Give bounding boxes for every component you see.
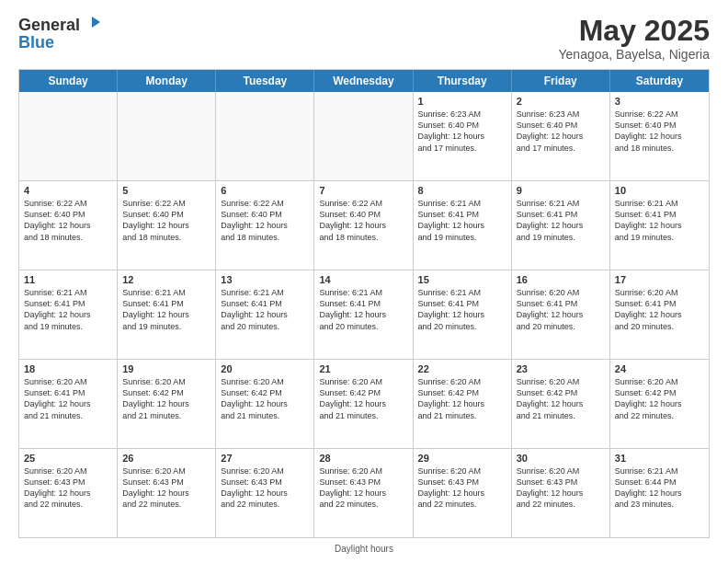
day-number: 10 xyxy=(615,185,704,196)
day-number: 3 xyxy=(615,96,704,107)
cal-header-friday: Friday xyxy=(512,70,610,92)
day-number: 23 xyxy=(517,363,605,374)
day-info: Sunrise: 6:22 AM Sunset: 6:40 PM Dayligh… xyxy=(319,198,407,243)
table-row xyxy=(216,92,314,180)
day-number: 26 xyxy=(122,453,210,464)
table-row: 20Sunrise: 6:20 AM Sunset: 6:42 PM Dayli… xyxy=(216,360,314,448)
day-info: Sunrise: 6:21 AM Sunset: 6:44 PM Dayligh… xyxy=(615,465,704,511)
day-info: Sunrise: 6:23 AM Sunset: 6:40 PM Dayligh… xyxy=(517,109,605,154)
day-info: Sunrise: 6:21 AM Sunset: 6:41 PM Dayligh… xyxy=(615,198,704,243)
day-info: Sunrise: 6:20 AM Sunset: 6:42 PM Dayligh… xyxy=(517,376,605,421)
day-number: 11 xyxy=(24,274,112,285)
cal-header-tuesday: Tuesday xyxy=(216,70,314,92)
table-row: 8Sunrise: 6:21 AM Sunset: 6:41 PM Daylig… xyxy=(414,181,512,270)
table-row: 1Sunrise: 6:23 AM Sunset: 6:40 PM Daylig… xyxy=(414,92,512,180)
day-info: Sunrise: 6:20 AM Sunset: 6:43 PM Dayligh… xyxy=(517,465,605,511)
table-row: 27Sunrise: 6:20 AM Sunset: 6:43 PM Dayli… xyxy=(216,449,314,537)
day-info: Sunrise: 6:20 AM Sunset: 6:43 PM Dayligh… xyxy=(418,465,506,511)
table-row: 12Sunrise: 6:21 AM Sunset: 6:41 PM Dayli… xyxy=(118,270,216,359)
day-number: 29 xyxy=(418,453,506,464)
day-number: 13 xyxy=(221,274,309,285)
day-number: 9 xyxy=(517,185,605,196)
table-row: 11Sunrise: 6:21 AM Sunset: 6:41 PM Dayli… xyxy=(19,270,118,359)
table-row: 3Sunrise: 6:22 AM Sunset: 6:40 PM Daylig… xyxy=(610,92,709,180)
day-info: Sunrise: 6:20 AM Sunset: 6:43 PM Dayligh… xyxy=(319,465,407,511)
table-row: 26Sunrise: 6:20 AM Sunset: 6:43 PM Dayli… xyxy=(118,449,216,537)
day-number: 4 xyxy=(24,185,112,196)
calendar-body: 1Sunrise: 6:23 AM Sunset: 6:40 PM Daylig… xyxy=(19,92,709,537)
table-row: 24Sunrise: 6:20 AM Sunset: 6:42 PM Dayli… xyxy=(610,360,709,448)
day-number: 27 xyxy=(221,453,309,464)
day-number: 1 xyxy=(418,96,506,107)
day-number: 14 xyxy=(319,274,407,285)
logo-blue: Blue xyxy=(18,33,102,52)
day-number: 25 xyxy=(24,453,112,464)
day-number: 30 xyxy=(517,453,605,464)
day-info: Sunrise: 6:21 AM Sunset: 6:41 PM Dayligh… xyxy=(221,287,309,332)
day-number: 21 xyxy=(319,363,407,374)
table-row: 6Sunrise: 6:22 AM Sunset: 6:40 PM Daylig… xyxy=(216,181,314,270)
day-info: Sunrise: 6:20 AM Sunset: 6:41 PM Dayligh… xyxy=(24,376,112,421)
table-row xyxy=(19,92,118,180)
day-info: Sunrise: 6:22 AM Sunset: 6:40 PM Dayligh… xyxy=(221,198,309,243)
cal-header-wednesday: Wednesday xyxy=(314,70,413,92)
day-number: 22 xyxy=(418,363,506,374)
cal-header-thursday: Thursday xyxy=(414,70,512,92)
table-row: 10Sunrise: 6:21 AM Sunset: 6:41 PM Dayli… xyxy=(610,181,709,270)
cal-header-monday: Monday xyxy=(118,70,216,92)
table-row: 29Sunrise: 6:20 AM Sunset: 6:43 PM Dayli… xyxy=(414,449,512,537)
day-number: 17 xyxy=(615,274,704,285)
footer: Daylight hours xyxy=(18,544,710,554)
cal-header-saturday: Saturday xyxy=(610,70,709,92)
table-row: 14Sunrise: 6:21 AM Sunset: 6:41 PM Dayli… xyxy=(314,270,413,359)
day-info: Sunrise: 6:21 AM Sunset: 6:41 PM Dayligh… xyxy=(418,198,506,243)
day-number: 5 xyxy=(122,185,210,196)
day-number: 12 xyxy=(122,274,210,285)
day-number: 15 xyxy=(418,274,506,285)
day-number: 6 xyxy=(221,185,309,196)
table-row: 21Sunrise: 6:20 AM Sunset: 6:42 PM Dayli… xyxy=(314,360,413,448)
day-info: Sunrise: 6:21 AM Sunset: 6:41 PM Dayligh… xyxy=(418,287,506,332)
table-row: 5Sunrise: 6:22 AM Sunset: 6:40 PM Daylig… xyxy=(118,181,216,270)
table-row: 30Sunrise: 6:20 AM Sunset: 6:43 PM Dayli… xyxy=(512,449,610,537)
table-row: 9Sunrise: 6:21 AM Sunset: 6:41 PM Daylig… xyxy=(512,181,610,270)
location-subtitle: Yenagoa, Bayelsa, Nigeria xyxy=(559,47,711,62)
day-info: Sunrise: 6:20 AM Sunset: 6:43 PM Dayligh… xyxy=(122,465,210,511)
cal-week-3: 11Sunrise: 6:21 AM Sunset: 6:41 PM Dayli… xyxy=(19,270,709,360)
day-number: 28 xyxy=(319,453,407,464)
day-number: 31 xyxy=(615,453,704,464)
logo-general: General xyxy=(18,16,80,35)
day-info: Sunrise: 6:20 AM Sunset: 6:42 PM Dayligh… xyxy=(221,376,309,421)
day-info: Sunrise: 6:20 AM Sunset: 6:42 PM Dayligh… xyxy=(418,376,506,421)
day-info: Sunrise: 6:20 AM Sunset: 6:43 PM Dayligh… xyxy=(24,465,112,511)
day-number: 19 xyxy=(122,363,210,374)
day-info: Sunrise: 6:20 AM Sunset: 6:41 PM Dayligh… xyxy=(517,287,605,332)
logo: General Blue xyxy=(18,15,102,52)
table-row: 28Sunrise: 6:20 AM Sunset: 6:43 PM Dayli… xyxy=(314,449,413,537)
table-row xyxy=(314,92,413,180)
day-info: Sunrise: 6:20 AM Sunset: 6:42 PM Dayligh… xyxy=(122,376,210,421)
day-info: Sunrise: 6:21 AM Sunset: 6:41 PM Dayligh… xyxy=(24,287,112,332)
cal-week-1: 1Sunrise: 6:23 AM Sunset: 6:40 PM Daylig… xyxy=(19,92,709,181)
table-row: 23Sunrise: 6:20 AM Sunset: 6:42 PM Dayli… xyxy=(512,360,610,448)
day-number: 2 xyxy=(517,96,605,107)
table-row: 18Sunrise: 6:20 AM Sunset: 6:41 PM Dayli… xyxy=(19,360,118,448)
day-number: 8 xyxy=(418,185,506,196)
day-number: 24 xyxy=(615,363,704,374)
month-title: May 2025 xyxy=(559,15,711,47)
table-row: 19Sunrise: 6:20 AM Sunset: 6:42 PM Dayli… xyxy=(118,360,216,448)
day-number: 18 xyxy=(24,363,112,374)
cal-header-sunday: Sunday xyxy=(19,70,118,92)
cal-week-5: 25Sunrise: 6:20 AM Sunset: 6:43 PM Dayli… xyxy=(19,449,709,537)
day-info: Sunrise: 6:20 AM Sunset: 6:42 PM Dayligh… xyxy=(319,376,407,421)
day-number: 16 xyxy=(517,274,605,285)
logo-flag-icon xyxy=(82,15,102,35)
day-info: Sunrise: 6:20 AM Sunset: 6:41 PM Dayligh… xyxy=(615,287,704,332)
page-header: General Blue May 2025 Yenagoa, Bayelsa, … xyxy=(18,15,710,62)
day-info: Sunrise: 6:21 AM Sunset: 6:41 PM Dayligh… xyxy=(122,287,210,332)
title-block: May 2025 Yenagoa, Bayelsa, Nigeria xyxy=(559,15,711,62)
svg-marker-0 xyxy=(92,17,100,28)
table-row: 4Sunrise: 6:22 AM Sunset: 6:40 PM Daylig… xyxy=(19,181,118,270)
cal-week-4: 18Sunrise: 6:20 AM Sunset: 6:41 PM Dayli… xyxy=(19,360,709,449)
day-info: Sunrise: 6:21 AM Sunset: 6:41 PM Dayligh… xyxy=(319,287,407,332)
